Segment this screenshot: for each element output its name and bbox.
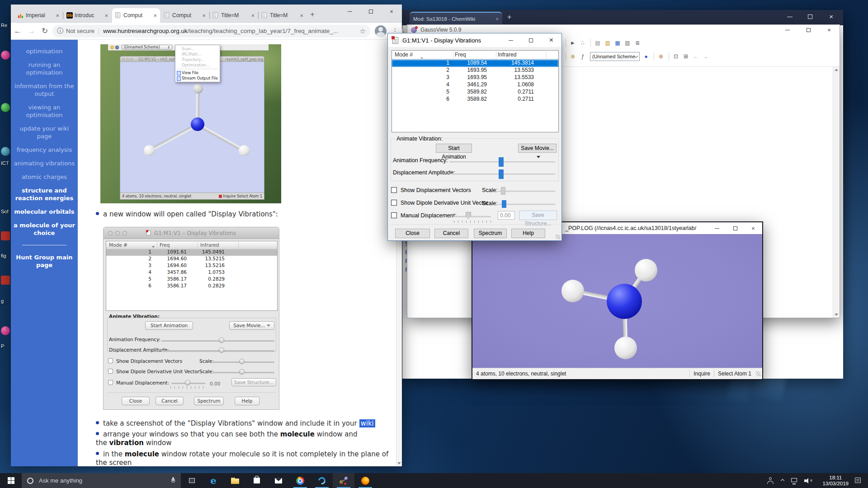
taskbar-store[interactable] [246,473,268,488]
globe-icon[interactable]: ● [642,52,651,61]
manual-displacement-slider[interactable] [466,212,471,219]
mode-row[interactable]: 21693.9513.5533 [392,67,558,74]
open-file-icon[interactable]: ▥ [603,38,612,47]
tab-close-icon[interactable]: × [104,12,108,19]
desktop-icon[interactable] [1,51,10,60]
cascade-icon[interactable]: ⊡ [671,52,680,61]
tab-close-icon[interactable]: × [56,12,59,19]
dipole-scale-slider[interactable] [502,200,506,208]
reload-icon[interactable]: ↻ [38,26,52,36]
window-maximize-button[interactable] [808,14,812,19]
desktop-icon[interactable] [1,326,10,335]
sidebar-item[interactable]: animating vibrations [12,160,77,167]
resize-grip[interactable] [756,371,760,376]
tile-icon[interactable]: ⊞ [681,52,690,61]
sidebar-item[interactable]: viewing an optimisation [12,103,77,119]
window-minimize-button[interactable] [340,5,360,18]
spectrum-button[interactable]: Spectrum [474,229,507,238]
hydrogen-atom[interactable] [561,280,584,302]
window-close-button[interactable]: × [829,13,833,20]
taskbar-file-explorer[interactable] [224,473,246,488]
inquire-label[interactable]: Inquire [693,371,710,377]
tab-close-icon[interactable]: × [251,12,255,19]
forward-icon[interactable]: → [24,27,38,36]
taskbar-firefox[interactable] [354,473,376,488]
network-icon[interactable] [791,478,798,483]
tab-imperial[interactable]: Imperial× [14,8,62,23]
mode-row[interactable]: 63589.820.2711 [392,96,558,103]
sidebar-item[interactable]: frequency analysis [12,146,77,154]
show-displacement-vectors-checkbox[interactable] [391,187,397,193]
tab-comp-active[interactable]: Comput× [112,8,160,23]
mode-row[interactable]: 53589.820.2711 [392,89,558,96]
window-maximize-button[interactable] [521,34,541,47]
tab-comp[interactable]: Comput× [161,8,209,23]
taskbar-edge[interactable]: e [203,473,224,488]
back-icon[interactable]: ← [11,27,24,36]
new-tab-button[interactable]: + [507,13,511,21]
tab-introduction[interactable]: Bb Introduc× [63,8,111,23]
chevron-up-icon[interactable] [781,479,784,482]
cancel-button[interactable]: Cancel [434,229,468,238]
mode-row-selected[interactable]: 11089.54145.3814 [392,60,558,67]
resize-grip[interactable] [556,235,560,239]
sidebar-item[interactable]: a molecule of your choice [12,221,77,237]
window-close-button[interactable]: × [819,23,840,37]
new-tab-button[interactable]: + [310,10,315,19]
manual-displacement-input[interactable]: 0.00 [498,211,515,220]
address-bar[interactable]: ⓘ Not secure www.huntresearchgroup.org.u… [52,25,370,38]
hydrogen-atom[interactable] [614,337,637,359]
save-structure-button[interactable]: Save Structure... [519,211,557,220]
microphone-icon[interactable] [171,477,175,484]
window-minimize-button[interactable] [500,34,521,47]
close-button[interactable]: Close [395,229,430,238]
window-close-button[interactable]: × [381,5,402,18]
manual-displacement-checkbox[interactable] [391,212,397,218]
sidebar-item[interactable]: update your wiki page [12,125,77,140]
points-icon[interactable]: ∴ [578,38,587,47]
animation-frequency-slider[interactable] [499,157,504,167]
function-icon[interactable]: ƒ [578,52,587,61]
window-minimize-button[interactable] [777,23,798,37]
gear-icon[interactable]: ⊛ [656,52,665,61]
taskbar-clock[interactable]: 18:11 13/03/2019 [822,475,849,487]
sidebar-item[interactable]: structure and reaction energies [12,187,77,202]
window-maximize-button[interactable] [726,223,744,234]
select-atom-label[interactable]: Select Atom 1 [718,371,751,377]
window-minimize-button[interactable] [708,223,726,234]
window-close-button[interactable]: × [744,223,762,234]
window-close-button[interactable]: × [541,34,561,47]
start-animation-button[interactable]: Start Animation [436,144,472,153]
tab-close-icon[interactable]: × [495,16,499,22]
cortana-search[interactable]: Ask me anything [22,473,181,488]
tab-close-icon[interactable]: × [153,12,157,19]
back-icon[interactable]: ← [691,52,700,61]
taskbar-chrome[interactable] [289,473,311,488]
nitrogen-atom[interactable] [607,284,642,319]
tab-close-icon[interactable]: × [202,12,206,19]
user-icon[interactable] [767,477,774,484]
tab-title-m2[interactable]: Title=M× [259,8,307,23]
gaussview-scrollbar[interactable] [833,67,840,318]
hydrogen-atom[interactable] [635,259,657,282]
window-maximize-button[interactable] [798,23,819,37]
mode-row[interactable]: 31693.9513.5533 [392,74,558,81]
desktop-icon[interactable] [1,103,10,112]
save-file-icon[interactable]: ▦ [613,38,622,47]
vectors-scale-slider[interactable] [501,187,505,195]
sidebar-item[interactable]: informaton from the output [12,82,77,98]
save-movie-button[interactable]: Save Movie... [518,144,557,153]
tab-title-m1[interactable]: Title=M× [210,8,258,23]
scheme-dropdown[interactable]: (Unnamed Scheme) [590,52,640,61]
taskbar-ink-swirl[interactable] [311,473,333,488]
sidebar-item[interactable]: molecular orbitals [12,208,77,216]
profile-avatar[interactable] [375,25,387,37]
sidebar-item[interactable]: Hunt Group main page [12,253,77,269]
dialog-titlebar[interactable]: G1:M1:V1 - Display Vibrations × [388,33,561,47]
start-button[interactable] [0,473,22,488]
list-icon[interactable]: ≣ [633,38,642,47]
task-view-button[interactable] [181,473,203,488]
taskbar-gaussview[interactable] [333,473,354,488]
help-button[interactable]: Help [511,229,545,238]
desktop-icon[interactable] [1,231,10,240]
